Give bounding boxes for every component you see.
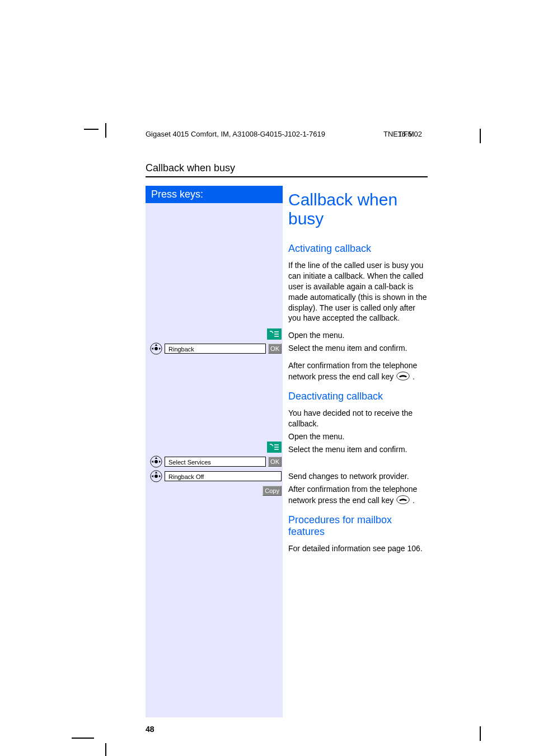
- end-call-icon: [396, 495, 410, 508]
- deactivating-send-changes: Send changes to network provider.: [288, 471, 428, 482]
- cropmark: [105, 123, 106, 138]
- cropmark: [480, 129, 481, 143]
- ringback-key-row: Ringback OK: [146, 342, 283, 355]
- deactivating-after-confirm-suffix: .: [413, 496, 415, 505]
- dpad-icon: [150, 456, 162, 468]
- page-title: Callback when busy: [288, 190, 428, 228]
- doc-id: Gigaset 4015 Comfort, IM, A31008-G4015-J…: [146, 130, 325, 138]
- mailbox-text: For detailed information see page 106.: [288, 543, 428, 554]
- activating-heading: Activating callback: [288, 243, 428, 255]
- running-header: Callback when busy: [146, 162, 428, 177]
- page-number: 48: [146, 725, 154, 734]
- cropmark: [84, 129, 99, 130]
- select-services-key-row: Select Services OK: [146, 455, 283, 468]
- cropmark: [72, 738, 94, 739]
- mailbox-heading: Procedures for mailbox features: [288, 514, 428, 538]
- ringback-off-key-row: Ringback Off: [146, 469, 283, 483]
- deactivating-open-menu: Open the menu.: [288, 431, 428, 442]
- end-call-icon: [396, 371, 410, 384]
- press-keys-title: Press keys:: [146, 186, 283, 203]
- open-menu-key-row-2: [146, 440, 283, 454]
- activating-select-confirm: Select the menu item and confirm.: [288, 343, 428, 354]
- dpad-icon: [150, 342, 162, 355]
- ok-button: OK: [268, 457, 282, 467]
- open-menu-key-row: [146, 327, 283, 341]
- copy-button: Copy: [263, 486, 282, 496]
- menu-item-ringback-off: Ringback Off: [165, 471, 282, 481]
- copy-key-row: Copy: [146, 484, 283, 497]
- cropmark: [480, 726, 481, 741]
- deactivating-after-confirm: After confirmation from the telephone ne…: [288, 484, 428, 508]
- activating-intro: If the line of the called user is busy y…: [288, 260, 428, 323]
- running-header-text: Callback when busy: [146, 162, 235, 173]
- ok-button: OK: [268, 344, 282, 354]
- dpad-icon: [150, 470, 162, 482]
- menu-item-select-services: Select Services: [165, 457, 266, 467]
- activating-after-confirm-suffix: .: [413, 372, 415, 381]
- menu-item-ringback: Ringback: [165, 344, 266, 354]
- deactivating-heading: Deactivating callback: [288, 391, 428, 402]
- menu-icon: [267, 442, 282, 453]
- body-column: Callback when busy Activating callback I…: [283, 186, 428, 717]
- deactivating-select-confirm: Select the menu item and confirm.: [288, 444, 428, 455]
- menu-icon: [267, 328, 282, 340]
- doc-date: 16.5.02: [398, 130, 422, 138]
- activating-open-menu: Open the menu.: [288, 330, 428, 341]
- page: Gigaset 4015 Comfort, IM, A31008-G4015-J…: [0, 0, 534, 756]
- content-area: Press keys: Ringback OK Select Services …: [146, 186, 428, 717]
- cropmark: [105, 743, 106, 756]
- press-keys-column: Press keys: Ringback OK Select Services …: [146, 186, 283, 717]
- deactivating-intro: You have decided not to receive the call…: [288, 408, 428, 429]
- activating-after-confirm: After confirmation from the telephone ne…: [288, 360, 428, 384]
